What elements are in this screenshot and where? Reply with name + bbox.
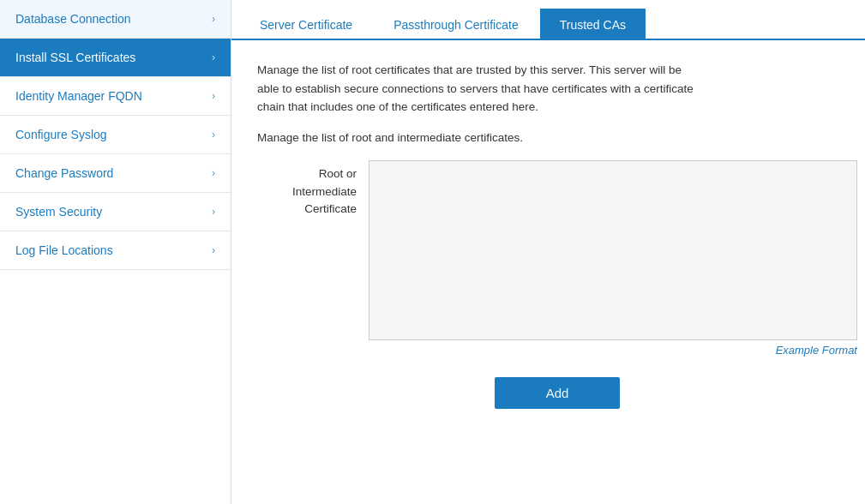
tab-trusted-cas[interactable]: Trusted CAs (540, 9, 646, 40)
tab-server-certificate[interactable]: Server Certificate (240, 9, 372, 40)
sidebar-item-log-file-locations[interactable]: Log File Locations› (0, 231, 231, 270)
certificate-textarea[interactable] (369, 160, 857, 340)
sidebar-item-change-password[interactable]: Change Password› (0, 154, 231, 193)
sidebar-item-label: System Security (15, 205, 102, 219)
sidebar-item-label: Change Password (15, 166, 113, 180)
description-text-1: Manage the list of root certificates tha… (257, 61, 703, 117)
sidebar-item-label: Configure Syslog (15, 128, 107, 141)
tabs-container: Server CertificatePassthrough Certificat… (231, 0, 865, 40)
chevron-right-icon: › (212, 51, 215, 63)
chevron-right-icon: › (212, 129, 215, 141)
sidebar-item-system-security[interactable]: System Security› (0, 193, 231, 231)
add-button[interactable]: Add (495, 377, 621, 409)
sidebar-item-database-connection[interactable]: Database Connection› (0, 0, 231, 39)
sidebar-item-label: Identity Manager FQDN (15, 89, 142, 103)
chevron-right-icon: › (212, 167, 215, 179)
chevron-right-icon: › (212, 90, 215, 102)
sidebar-item-label: Log File Locations (15, 243, 113, 257)
example-format-link[interactable]: Example Format (369, 344, 857, 357)
add-button-row: Add (257, 377, 857, 409)
sidebar-item-configure-syslog[interactable]: Configure Syslog› (0, 116, 231, 154)
content-area: Manage the list of root certificates tha… (231, 40, 865, 504)
tab-passthrough-certificate[interactable]: Passthrough Certificate (374, 9, 538, 40)
chevron-right-icon: › (212, 244, 215, 256)
sidebar-item-identity-manager-fqdn[interactable]: Identity Manager FQDN› (0, 77, 231, 116)
certificate-form-row: Root or Intermediate Certificate (257, 160, 857, 340)
sidebar-item-label: Install SSL Certificates (15, 51, 135, 64)
main-content: Server CertificatePassthrough Certificat… (231, 0, 865, 504)
chevron-right-icon: › (212, 13, 215, 25)
certificate-label: Root or Intermediate Certificate (257, 160, 369, 218)
description-text-2: Manage the list of root and intermediate… (257, 129, 703, 147)
sidebar-item-label: Database Connection (15, 12, 131, 26)
chevron-right-icon: › (212, 206, 215, 218)
sidebar-item-install-ssl-certificates[interactable]: Install SSL Certificates› (0, 39, 231, 77)
sidebar: Database Connection›Install SSL Certific… (0, 0, 231, 504)
